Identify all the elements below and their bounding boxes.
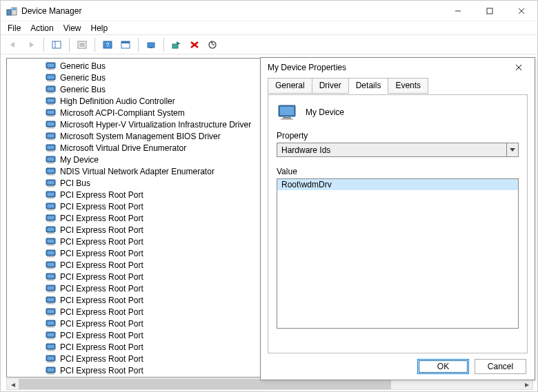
uninstall-device-button[interactable] [186, 37, 203, 52]
cancel-button[interactable]: Cancel [475, 359, 526, 374]
enable-device-button[interactable] [168, 37, 185, 52]
dialog-titlebar[interactable]: My Device Properties [261, 58, 535, 77]
svg-rect-130 [47, 374, 54, 375]
svg-rect-81 [48, 233, 53, 234]
svg-rect-54 [47, 152, 54, 152]
svg-rect-104 [48, 298, 54, 302]
close-button[interactable] [506, 1, 537, 21]
window-titlebar: Device Manager [1, 1, 537, 21]
svg-rect-90 [47, 257, 54, 258]
svg-rect-70 [47, 198, 54, 199]
svg-rect-93 [48, 268, 53, 269]
help-button[interactable]: ? [99, 37, 116, 52]
svg-rect-64 [48, 181, 54, 185]
svg-rect-4 [487, 8, 492, 14]
device-item-icon [46, 319, 57, 328]
svg-rect-40 [48, 111, 54, 114]
svg-rect-19 [172, 44, 178, 48]
svg-rect-89 [48, 256, 53, 257]
toolbar: ? [1, 35, 537, 54]
menu-help[interactable]: Help [91, 23, 108, 33]
tree-item-label: PCI Express Root Port [60, 284, 143, 293]
properties-button[interactable] [74, 37, 90, 52]
svg-rect-78 [47, 222, 54, 223]
tab-general[interactable]: General [268, 78, 312, 94]
menu-view[interactable]: View [63, 23, 81, 33]
svg-rect-44 [48, 123, 54, 126]
tree-item-label: PCI Express Root Port [60, 319, 143, 329]
svg-rect-129 [48, 373, 53, 374]
tree-item-label: Microsoft ACPI-Compliant System [60, 108, 185, 118]
device-item-icon [46, 272, 57, 281]
device-icon [277, 103, 299, 121]
scroll-left-arrow[interactable]: ◂ [7, 379, 19, 389]
tab-driver[interactable]: Driver [312, 78, 349, 94]
action-button[interactable] [117, 37, 134, 52]
value-list-item[interactable]: Root\wdmDrv [277, 179, 518, 190]
toolbar-separator [43, 38, 44, 52]
svg-rect-118 [47, 339, 54, 340]
tree-item-label: PCI Express Root Port [60, 296, 143, 305]
scroll-right-arrow[interactable]: ▸ [521, 379, 532, 389]
svg-rect-105 [48, 303, 53, 304]
device-item-icon [46, 342, 57, 351]
tree-item-label: Microsoft System Management BIOS Driver [60, 132, 221, 141]
svg-rect-136 [281, 118, 293, 120]
svg-rect-17 [148, 43, 155, 48]
tree-item-label: PCI Express Root Port [60, 342, 143, 352]
tab-details[interactable]: Details [348, 78, 389, 94]
menu-action[interactable]: Action [30, 23, 53, 33]
svg-rect-120 [48, 345, 54, 349]
forward-button[interactable] [23, 37, 39, 52]
menu-file[interactable]: File [8, 23, 21, 33]
svg-rect-46 [47, 128, 54, 129]
device-item-icon [46, 284, 57, 293]
svg-rect-34 [47, 93, 54, 94]
value-listbox[interactable]: Root\wdmDrv [277, 178, 519, 329]
ok-button[interactable]: OK [417, 359, 469, 374]
tab-events[interactable]: Events [388, 78, 428, 94]
tree-item-label: High Definition Audio Controller [60, 96, 175, 106]
dialog-body: General Driver Details Events My Device … [261, 77, 535, 380]
dialog-button-row: OK Cancel [268, 353, 528, 374]
device-item-icon [46, 354, 57, 363]
device-item-icon [46, 178, 57, 187]
device-name-label: My Device [306, 107, 344, 117]
property-dropdown[interactable]: Hardware Ids [277, 143, 519, 157]
svg-rect-45 [48, 127, 53, 128]
svg-rect-135 [283, 117, 291, 118]
tree-item-label: PCI Express Root Port [60, 249, 143, 258]
svg-rect-68 [48, 193, 54, 196]
svg-rect-124 [48, 357, 54, 360]
update-driver-button[interactable] [143, 37, 159, 52]
svg-rect-2 [12, 8, 16, 10]
dialog-close-button[interactable] [508, 59, 529, 76]
tree-item-label: Generic Bus [60, 61, 106, 71]
back-button[interactable] [5, 37, 21, 52]
scroll-thumb[interactable] [19, 379, 391, 389]
minimize-button[interactable] [442, 1, 474, 21]
svg-rect-0 [7, 10, 11, 15]
tree-item-label: PCI Express Root Port [60, 366, 143, 375]
svg-rect-52 [48, 146, 54, 149]
tree-item-label: PCI Express Root Port [60, 225, 143, 235]
svg-rect-108 [48, 310, 54, 313]
tree-item-label: My Device [60, 155, 99, 165]
window-title: Device Manager [21, 6, 81, 16]
svg-rect-62 [47, 175, 54, 176]
svg-rect-16 [121, 41, 130, 43]
maximize-button[interactable] [474, 1, 506, 21]
device-item-icon [46, 366, 57, 375]
property-dropdown-value: Hardware Ids [281, 145, 330, 155]
device-item-icon [46, 73, 57, 82]
device-item-icon [46, 108, 57, 117]
svg-rect-41 [48, 116, 53, 116]
tree-item-label: Microsoft Hyper-V Virtualization Infrast… [60, 120, 251, 130]
device-item-icon [46, 61, 57, 70]
dialog-title: My Device Properties [268, 63, 346, 72]
scan-hardware-button[interactable] [204, 37, 221, 52]
svg-rect-117 [48, 338, 53, 339]
svg-rect-134 [280, 107, 294, 115]
show-hide-tree-button[interactable] [48, 37, 65, 52]
tab-strip: General Driver Details Events [268, 77, 528, 94]
